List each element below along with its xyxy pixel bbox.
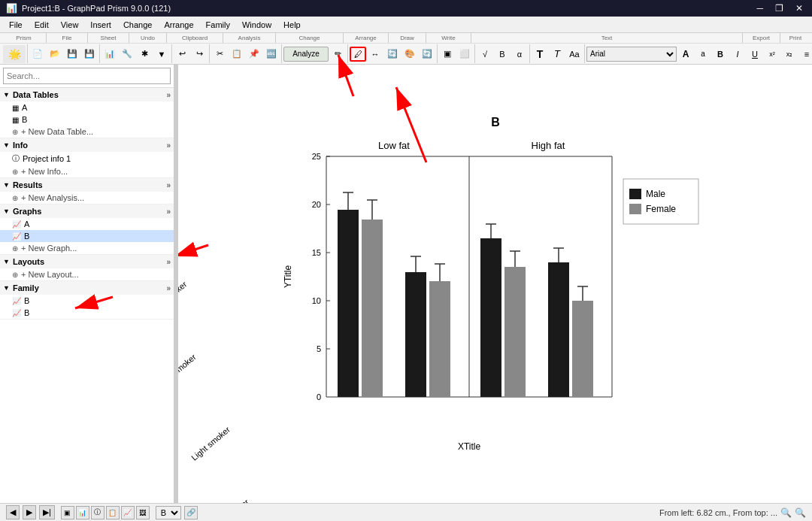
sidebar-item-new-layout[interactable]: ⊕ + New Layout... — [0, 268, 174, 280]
analyze-btn[interactable]: Analyze — [283, 47, 329, 62]
sidebar-datatables-header[interactable]: ▼ Data Tables » — [0, 88, 174, 101]
write-T-btn[interactable]: T — [532, 47, 548, 62]
save-btn[interactable]: 💾 — [64, 47, 80, 62]
menu-family[interactable]: Family — [200, 19, 236, 31]
write-Aa-btn[interactable]: Aa — [566, 47, 583, 62]
zoom-out-btn[interactable]: 🔍 — [780, 507, 792, 518]
nav-next-btn[interactable]: ▶| — [39, 505, 55, 519]
arrange-btn1[interactable]: ▣ — [439, 47, 456, 62]
view-btn-2[interactable]: 📊 — [76, 506, 89, 519]
menu-file[interactable]: File — [3, 19, 29, 31]
graph-b-icon: 📈 — [12, 232, 21, 241]
family-b1-icon: 📈 — [12, 297, 21, 305]
sheet-btn1[interactable]: 📊 — [102, 47, 118, 62]
layouts-more-btn[interactable]: » — [166, 258, 171, 266]
draw-btn2[interactable]: B — [494, 47, 511, 62]
change-btn4[interactable]: 🎨 — [401, 47, 418, 62]
arrange-btn2[interactable]: ⬜ — [456, 47, 473, 62]
search-input[interactable] — [3, 68, 171, 84]
bold-btn[interactable]: B — [712, 47, 729, 62]
text-a-btn[interactable]: a — [695, 47, 711, 62]
sidebar-item-table-b[interactable]: ▦ B — [0, 114, 174, 126]
sidebar-info-header[interactable]: ▼ Info » — [0, 138, 174, 152]
prism-logo-btn[interactable]: 🌟 — [3, 45, 26, 63]
sidebar-graphs-header[interactable]: ▼ Graphs » — [0, 204, 174, 218]
sidebar-item-new-table[interactable]: ⊕ + New Data Table... — [0, 126, 174, 138]
copy-btn[interactable]: 📋 — [229, 47, 245, 62]
format-btn[interactable]: 🔤 — [263, 47, 280, 62]
sidebar-item-new-analysis[interactable]: ⊕ + New Analysis... — [0, 192, 174, 204]
saveas-btn[interactable]: 💾 — [81, 47, 98, 62]
sidebar-item-graph-b[interactable]: 📈 B — [0, 230, 174, 242]
zoom-in-btn[interactable]: 🔍 — [795, 507, 806, 518]
undo-btn[interactable]: ↩ — [174, 47, 190, 62]
menu-insert[interactable]: Insert — [84, 19, 117, 31]
cut-btn[interactable]: ✂ — [211, 47, 228, 62]
sidebar-item-family-b1[interactable]: 📈 B — [0, 295, 174, 307]
subscript-btn[interactable]: x₂ — [781, 47, 798, 62]
menu-edit[interactable]: Edit — [29, 19, 55, 31]
content-area[interactable]: B Low fat High fat 0 5 10 15 20 — [178, 65, 812, 503]
sheet-btn2[interactable]: 🔧 — [119, 47, 135, 62]
sidebar-item-graph-a[interactable]: 📈 A — [0, 218, 174, 230]
nav-prev-btn[interactable]: ◀ — [6, 505, 20, 519]
view-btn-5[interactable]: 📈 — [121, 506, 135, 519]
toolbar-arrange-section: ▣ ⬜ — [438, 44, 475, 63]
italic-btn[interactable]: I — [729, 47, 746, 62]
sheet-btn3[interactable]: ✱ — [136, 47, 153, 62]
font-dropdown[interactable]: Arial — [586, 47, 677, 62]
nav-play-btn[interactable]: ▶ — [23, 505, 36, 519]
redo-btn[interactable]: ↪ — [191, 47, 208, 62]
sidebar-item-new-graph[interactable]: ⊕ + New Graph... — [0, 242, 174, 254]
menu-change[interactable]: Change — [117, 19, 159, 31]
analysis-edit-btn[interactable]: ✏ — [329, 47, 346, 62]
table-b-icon: ▦ — [12, 116, 19, 124]
sheet-btn4[interactable]: ▼ — [153, 47, 170, 62]
table-a-icon: ▦ — [12, 104, 19, 112]
graphs-more-btn[interactable]: » — [166, 207, 171, 216]
sidebar-family-header[interactable]: ▼ Family » — [0, 281, 174, 295]
new-graph-label: + New Graph... — [21, 244, 77, 253]
view-btn-6[interactable]: 🖼 — [136, 506, 150, 519]
sidebar-item-family-b2[interactable]: 📈 B — [0, 307, 174, 319]
change-btn5[interactable]: 🔄 — [419, 47, 435, 62]
toolbar-draw-section: √ B α — [475, 44, 530, 63]
datatables-more-btn[interactable]: » — [166, 91, 171, 99]
info-more-btn[interactable]: » — [166, 141, 171, 150]
new-btn[interactable]: 📄 — [29, 47, 46, 62]
superscript-btn[interactable]: x² — [764, 47, 780, 62]
menu-view[interactable]: View — [55, 19, 85, 31]
draw-btn1[interactable]: √ — [477, 47, 493, 62]
view-btn-4[interactable]: 📋 — [106, 506, 120, 519]
sidebar-item-project-info[interactable]: ⓘ Project info 1 — [0, 152, 174, 165]
close-btn[interactable]: ✕ — [792, 3, 806, 14]
change-graph-type-btn[interactable]: 🖊 — [350, 47, 366, 62]
menu-arrange[interactable]: Arrange — [158, 19, 199, 31]
change-btn3[interactable]: 🔄 — [384, 47, 401, 62]
align-left-btn[interactable]: ≡ — [798, 47, 812, 62]
open-btn[interactable]: 📂 — [47, 47, 63, 62]
underline-btn[interactable]: U — [747, 47, 763, 62]
view-btn-3[interactable]: ⓘ — [91, 506, 105, 519]
menu-window[interactable]: Window — [236, 19, 277, 31]
write-t-btn[interactable]: T — [549, 47, 565, 62]
view-btn-1[interactable]: ▣ — [61, 506, 74, 519]
sidebar-results-header[interactable]: ▼ Results » — [0, 178, 174, 192]
sidebar-layouts-header[interactable]: ▼ Layouts » — [0, 255, 174, 268]
sidebar-item-new-info[interactable]: ⊕ + New Info... — [0, 165, 174, 177]
toolbar-buttons-row: 🌟 📄 📂 💾 💾 📊 🔧 ✱ ▼ ↩ ↪ ✂ 📋 📌 🔤 Analyze ✏ … — [0, 44, 812, 65]
restore-btn[interactable]: ❐ — [772, 3, 786, 14]
results-expand-icon: ▼ — [3, 181, 10, 189]
graph-b-label: B — [24, 232, 29, 241]
minimize-btn[interactable]: ─ — [753, 3, 766, 14]
family-more-btn[interactable]: » — [166, 284, 171, 292]
sidebar-item-table-a[interactable]: ▦ A — [0, 101, 174, 114]
paste-btn[interactable]: 📌 — [246, 47, 262, 62]
link-btn[interactable]: 🔗 — [184, 506, 198, 519]
draw-btn3[interactable]: α — [511, 47, 528, 62]
sheet-selector[interactable]: B — [156, 506, 181, 519]
results-more-btn[interactable]: » — [166, 181, 171, 189]
change-btn2[interactable]: ↔ — [367, 47, 383, 62]
text-A-btn[interactable]: A — [677, 47, 694, 62]
menu-help[interactable]: Help — [277, 19, 307, 31]
